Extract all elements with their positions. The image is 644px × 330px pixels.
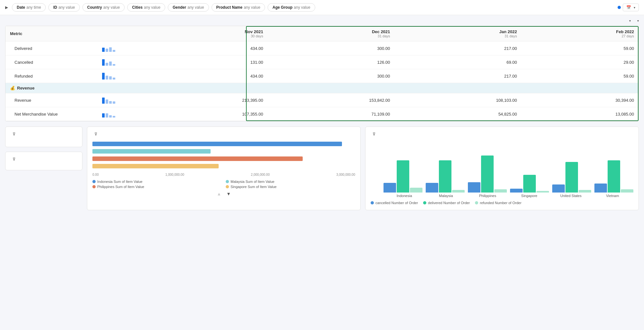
bar3 xyxy=(109,47,112,52)
bar2 xyxy=(106,63,108,66)
col-header-metric: Metric xyxy=(5,26,76,42)
x-country-label: Indonesia xyxy=(384,194,425,198)
legend-dot xyxy=(226,180,229,183)
vbar xyxy=(552,184,565,193)
gmv-by-country-filter-icon[interactable]: ⊽ xyxy=(94,132,97,137)
next-page-icon[interactable]: ▼ xyxy=(226,191,231,196)
metric-value-col1: 153,842.00 xyxy=(268,93,394,107)
calendar-icon: 📅 xyxy=(626,5,631,10)
date-drill-button[interactable]: 📅 ▾ xyxy=(623,4,639,11)
filter-chip-product-name[interactable]: Product Name any value xyxy=(212,3,265,12)
metric-name: Revenue xyxy=(5,93,76,107)
metric-name: Delivered xyxy=(5,42,76,55)
col-days-jan2022: 31 days xyxy=(399,34,517,38)
legend-label: Singapore Sum of Item Value xyxy=(231,185,277,189)
bar4 xyxy=(113,101,115,104)
filter-chip-age-group[interactable]: Age Group any value xyxy=(268,3,315,12)
hbar-fill xyxy=(92,142,342,146)
metric-value-col2: 108,103.00 xyxy=(394,93,521,107)
bar4 xyxy=(113,64,115,66)
order-legend-label: refunded Number of Order xyxy=(480,201,521,205)
filters-toggle[interactable]: ▶ xyxy=(5,5,9,10)
x-label: 0.00 xyxy=(92,173,99,176)
col-days-feb2022: 27 days xyxy=(526,34,634,38)
order-legend-label: cancelled Number of Order xyxy=(375,201,418,205)
chip-gender-value: any value xyxy=(187,5,204,10)
registered-users-filter-icon[interactable]: ⊽ xyxy=(13,157,15,162)
bar4 xyxy=(113,78,115,80)
order-legend-dot xyxy=(423,201,426,204)
vbar xyxy=(523,175,536,193)
chevron-down-icon: ▾ xyxy=(634,6,635,9)
legend-label: Philippines Sum of Item Value xyxy=(97,185,144,189)
filter-chip-gender[interactable]: Gender any value xyxy=(168,3,209,12)
chip-product-label: Product Name xyxy=(216,5,242,10)
bar1 xyxy=(102,59,105,66)
order-legend-dot xyxy=(371,201,374,204)
bar1 xyxy=(102,113,105,118)
metrics-by-select[interactable]: ▾ xyxy=(628,19,631,23)
chip-date-value: any time xyxy=(26,5,41,10)
col-header-nov2021[interactable]: Nov 2021 30 days xyxy=(141,26,268,42)
metric-value-col3: 59.00 xyxy=(521,69,639,83)
show-metrics-bar: ▾ ▾ xyxy=(5,19,639,23)
sparkline xyxy=(81,110,136,118)
filter-chip-date[interactable]: Date any time xyxy=(12,3,46,12)
metrics-columns-select[interactable]: ▾ xyxy=(636,19,639,23)
filter-chip-id[interactable]: ID any value xyxy=(48,3,80,12)
vbar-group xyxy=(468,156,507,193)
col-header-feb2022[interactable]: Feb 2022 27 days xyxy=(521,26,639,42)
vbar-group xyxy=(510,175,549,193)
vbar xyxy=(579,190,591,193)
metric-value-col2: 217.00 xyxy=(394,69,521,83)
metric-sparkline xyxy=(76,55,141,69)
gmv-card: ⊽ xyxy=(5,127,82,147)
chip-cities-label: Cities xyxy=(132,5,143,10)
filter-chip-cities[interactable]: Cities any value xyxy=(127,3,165,12)
hbar-x-axis: 0.001,000,000.002,000,000.003,000,000.00 xyxy=(92,173,355,176)
chip-id-value: any value xyxy=(58,5,75,10)
bar3 xyxy=(109,115,112,118)
bar1 xyxy=(102,48,105,52)
chip-date-label: Date xyxy=(17,5,25,10)
metric-value-col0: 434.00 xyxy=(141,42,268,55)
order-legend-item: delivered Number of Order xyxy=(423,201,470,205)
col-header-dec2021[interactable]: Dec 2021 31 days xyxy=(268,26,394,42)
group-row-label: 💰Revenue xyxy=(5,83,639,93)
x-country-label: Philippines xyxy=(467,194,508,198)
metric-value-col3: 13,085.00 xyxy=(521,107,639,121)
metric-value-col1: 126.00 xyxy=(268,55,394,69)
hbar-row xyxy=(92,148,355,154)
vbar xyxy=(536,191,549,193)
vbar xyxy=(481,156,494,193)
gmv-cards-column: ⊽ ⊽ xyxy=(5,127,82,210)
vbar xyxy=(594,184,607,193)
chevron-right-icon: ▶ xyxy=(5,5,8,10)
order-status-card: ⊽ IndonesiaMalaysiaPhilippinesSingaporeU… xyxy=(365,127,639,210)
metric-value-col0: 131.00 xyxy=(141,55,268,69)
metric-value-col1: 300.00 xyxy=(268,69,394,83)
hbar-fill xyxy=(92,156,303,161)
filter-chip-country[interactable]: Country any value xyxy=(82,3,125,12)
hbar-row xyxy=(92,141,355,147)
legend-dot xyxy=(226,185,229,188)
prev-page-icon[interactable]: ▲ xyxy=(217,191,221,196)
bar1 xyxy=(102,73,105,80)
vbar xyxy=(397,160,409,193)
gmv-legend: Indonesia Sum of Item ValueMalaysia Sum … xyxy=(92,180,355,189)
metric-sparkline xyxy=(76,93,141,107)
order-status-filter-icon[interactable]: ⊽ xyxy=(373,132,375,137)
legend-dot xyxy=(92,180,96,183)
metric-value-col0: 213,395.00 xyxy=(141,93,268,107)
legend-label: Malaysia Sum of Item Value xyxy=(231,180,274,184)
col-header-jan2022[interactable]: Jan 2022 31 days xyxy=(394,26,521,42)
gmv-hbar-chart xyxy=(92,141,355,169)
vbar xyxy=(426,183,438,193)
gmv-filter-icon[interactable]: ⊽ xyxy=(13,132,15,137)
x-label: 3,000,000.00 xyxy=(336,173,355,176)
table-group-revenue: 💰Revenue xyxy=(5,83,639,93)
legend-dot xyxy=(92,185,96,188)
vbar xyxy=(468,182,480,193)
gmv-by-country-card: ⊽ 0.001,000,000.002,000,000.003,000,000.… xyxy=(87,127,361,210)
filter-right-area: 📅 ▾ xyxy=(618,4,639,11)
